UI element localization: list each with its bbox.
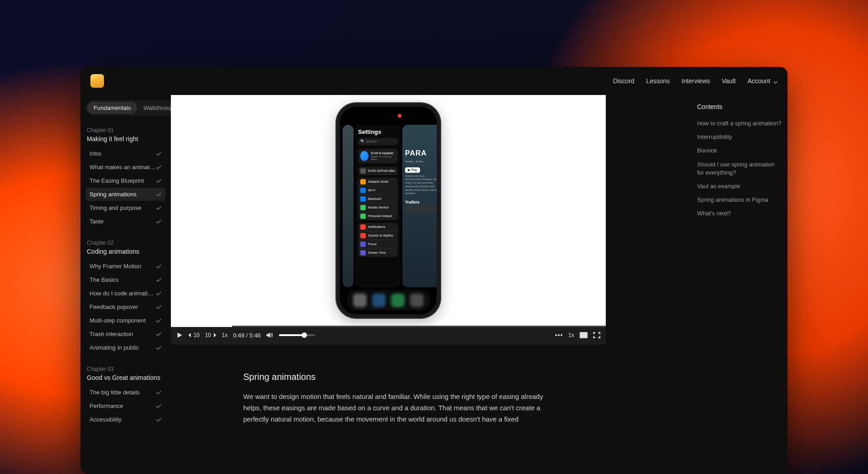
toc-heading: Contents <box>697 103 782 110</box>
toc-link[interactable]: What's next? <box>697 207 782 220</box>
sidebar-lesson[interactable]: Spring animations <box>86 188 165 201</box>
nav-vault[interactable]: Vault <box>722 77 736 85</box>
row-icon <box>360 242 366 247</box>
chapter-title: Good vs Great animations <box>87 374 165 381</box>
sidebar-lesson[interactable]: The Basics <box>86 273 165 286</box>
check-icon <box>156 403 162 409</box>
sidebar: Fundamentals Walkthroughs Chapter 01 Mak… <box>80 95 171 474</box>
volume-slider[interactable] <box>279 334 315 336</box>
row-icon <box>360 224 366 230</box>
main-content: Settings Settings 🔍 Search <box>171 95 688 474</box>
more-button[interactable] <box>555 334 563 336</box>
dock-icon <box>410 294 424 307</box>
sidebar-lesson[interactable]: Intro <box>86 147 165 160</box>
volume-button[interactable] <box>266 332 274 338</box>
table-of-contents: Contents How to craft a spring animation… <box>688 95 788 474</box>
speed-right-button[interactable]: 1x <box>568 332 574 338</box>
sidebar-lesson[interactable]: The Easing Blueprint <box>86 174 165 187</box>
toc-link[interactable]: Interruptibility <box>697 130 782 144</box>
settings-row: Focus <box>358 240 398 249</box>
row-icon <box>360 205 366 210</box>
tv-description: Greed and class discrimination threaten … <box>405 175 440 196</box>
lesson-title: Trash interaction <box>90 331 133 337</box>
check-icon <box>156 191 162 198</box>
settings-row: Emil's AirPods Max <box>358 167 398 175</box>
settings-row: Notifications <box>358 223 398 232</box>
row-icon <box>360 233 366 238</box>
check-icon <box>156 417 162 423</box>
app-logo-icon[interactable] <box>90 74 104 88</box>
speed-button[interactable]: 1x <box>222 332 228 338</box>
video-frame[interactable]: Settings Settings 🔍 Search <box>171 95 606 326</box>
settings-row: Bluetooth <box>358 195 398 204</box>
sidebar-lesson[interactable]: How do I code animations <box>86 287 165 300</box>
volume-thumb[interactable] <box>302 332 307 338</box>
row-icon <box>360 213 366 219</box>
app-card-tv: TV PARA Thriller · 2h 8m ▶ Play Greed an… <box>402 125 440 287</box>
app-window: Discord Lessons Interviews Vault Account… <box>80 67 788 474</box>
sidebar-lesson[interactable]: The big little details <box>86 386 165 399</box>
toc-link[interactable]: Should I use spring animation for everyt… <box>697 158 782 180</box>
sidebar-lesson[interactable]: Accessibility <box>86 413 165 426</box>
sidebar-lesson[interactable]: Trash interaction <box>86 327 165 341</box>
sidebar-lesson[interactable]: What makes an animation... <box>86 161 165 174</box>
check-icon <box>156 389 162 396</box>
fullscreen-button[interactable] <box>593 332 600 338</box>
avatar-icon <box>360 151 368 161</box>
tab-walkthroughs[interactable]: Walkthroughs <box>137 102 171 114</box>
row-icon <box>360 188 366 193</box>
pip-button[interactable] <box>580 332 588 338</box>
sidebar-lesson[interactable]: Timing and purpose <box>86 201 165 214</box>
app-card-maps <box>343 125 354 287</box>
toc-link[interactable]: Bounce <box>697 144 782 157</box>
sidebar-lesson[interactable]: Feedback popover <box>86 300 165 313</box>
settings-row-label: Emil's AirPods Max <box>368 169 396 172</box>
progress-fill <box>171 326 232 327</box>
row-icon <box>360 196 366 202</box>
account-label: Account <box>747 77 770 85</box>
lesson-title: Why Framer Motion <box>90 263 141 270</box>
rewind-10-button[interactable]: 10 <box>188 332 199 338</box>
toc-link[interactable]: Vaul as example <box>697 180 782 193</box>
thumb-icon <box>414 206 422 213</box>
sidebar-lesson[interactable]: Taste <box>86 215 165 228</box>
nav-lessons[interactable]: Lessons <box>646 77 670 85</box>
check-icon <box>156 345 162 351</box>
video-controls: 10 10 1x 0:49 / 5:46 <box>171 326 606 345</box>
dynamic-island-icon <box>371 111 406 121</box>
tab-fundamentals[interactable]: Fundamentals <box>87 102 137 114</box>
forward-10-button[interactable]: 10 <box>205 332 216 338</box>
app-card-settings: Settings Settings 🔍 Search <box>355 125 401 287</box>
sidebar-lesson[interactable]: Multi-step component <box>86 314 165 327</box>
tv-meta: Thriller · 2h 8m <box>405 160 440 163</box>
chapter-title: Coding animations <box>87 248 165 255</box>
nav-interviews[interactable]: Interviews <box>682 77 710 85</box>
account-menu[interactable]: Account <box>747 77 778 85</box>
settings-row: Wi-Fi <box>358 186 398 195</box>
lesson-title: How do I code animations <box>90 290 156 297</box>
sidebar-lesson[interactable]: Animating in public <box>86 341 165 354</box>
dock-icon <box>391 294 405 307</box>
progress-track[interactable] <box>171 326 606 327</box>
thumb-icon <box>433 206 440 213</box>
top-nav: Discord Lessons Interviews Vault Account <box>613 77 778 85</box>
profile-name: Emil Kowalski <box>371 151 396 155</box>
lesson-title: The Basics <box>90 276 118 283</box>
sidebar-lesson[interactable]: Why Framer Motion <box>86 260 165 273</box>
toc-link[interactable]: How to craft a spring animation? <box>697 117 782 130</box>
lesson-title: Feedback popover <box>90 303 138 310</box>
settings-row-label: Mobile Service <box>368 206 396 209</box>
check-icon <box>156 218 162 225</box>
nav-discord[interactable]: Discord <box>613 77 634 85</box>
settings-row-label: Airplane Mode <box>368 180 396 183</box>
chevron-down-icon <box>773 79 778 83</box>
play-button[interactable] <box>176 332 183 338</box>
settings-search: 🔍 Search <box>358 138 398 145</box>
row-icon <box>360 179 366 185</box>
topbar: Discord Lessons Interviews Vault Account <box>80 67 788 95</box>
sidebar-lesson[interactable]: Performance <box>86 399 165 412</box>
settings-row: Mobile Service <box>358 204 398 212</box>
lesson-title: Taste <box>90 218 104 225</box>
toc-link[interactable]: Spring animations in Figma <box>697 193 782 207</box>
lesson-title: Intro <box>90 150 101 157</box>
